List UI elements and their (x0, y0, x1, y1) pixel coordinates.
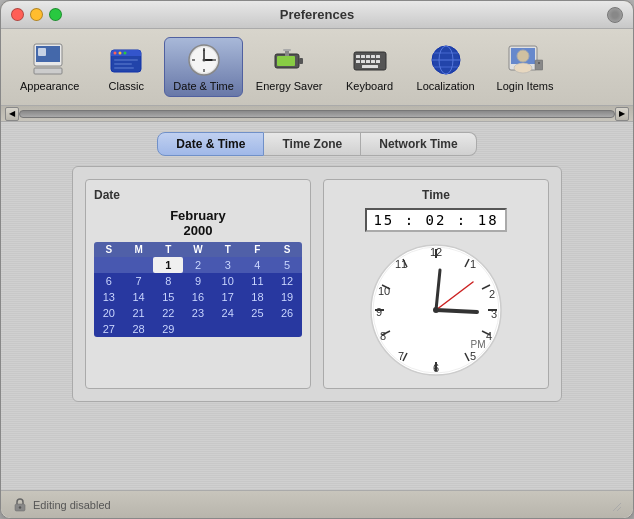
toolbar-item-appearance[interactable]: Appearance (11, 37, 88, 97)
bottom-bar: Editing disabled (1, 490, 633, 518)
svg-rect-37 (376, 60, 380, 63)
cal-col-wed: W (183, 242, 213, 257)
calendar-cell[interactable]: 1 (153, 257, 183, 273)
calendar-cell[interactable]: 5 (272, 257, 302, 273)
calendar-cell[interactable]: 10 (213, 273, 243, 289)
calendar-cell[interactable] (183, 321, 213, 337)
localization-label: Localization (417, 80, 475, 92)
calendar-cell[interactable]: 12 (272, 273, 302, 289)
tab-timezone[interactable]: Time Zone (264, 132, 361, 156)
calendar-cell[interactable]: 7 (124, 273, 154, 289)
calendar: S M T W T F S 12345678910111213141516171… (94, 242, 302, 337)
classic-label: Classic (109, 80, 144, 92)
calendar-header: S M T W T F S (94, 242, 302, 257)
calendar-cell[interactable]: 26 (272, 305, 302, 321)
login-icon (507, 42, 543, 78)
svg-line-83 (613, 503, 621, 511)
svg-text:4: 4 (486, 330, 492, 342)
calendar-cell[interactable]: 6 (94, 273, 124, 289)
svg-rect-36 (371, 60, 375, 63)
maximize-button[interactable] (49, 8, 62, 21)
editing-status: Editing disabled (33, 499, 111, 511)
cal-col-mon: M (124, 242, 154, 257)
tab-networktime[interactable]: Network Time (361, 132, 476, 156)
calendar-cell[interactable]: 4 (243, 257, 273, 273)
appearance-label: Appearance (20, 80, 79, 92)
calendar-cell[interactable]: 8 (153, 273, 183, 289)
keyboard-icon (352, 42, 388, 78)
toolbar-item-energy[interactable]: Energy Saver (247, 37, 332, 97)
calendar-cell[interactable] (213, 321, 243, 337)
toolbar-item-classic[interactable]: Classic (92, 37, 160, 97)
svg-point-79 (433, 307, 439, 313)
analog-clock: 12 1 2 3 4 5 6 7 8 9 10 11 (366, 240, 506, 380)
minimize-button[interactable] (30, 8, 43, 21)
calendar-cell[interactable]: 23 (183, 305, 213, 321)
calendar-cell[interactable]: 19 (272, 289, 302, 305)
calendar-cell[interactable]: 17 (213, 289, 243, 305)
toolbar-item-datetime[interactable]: Date & Time (164, 37, 243, 97)
calendar-cell[interactable]: 16 (183, 289, 213, 305)
svg-rect-38 (362, 65, 378, 68)
svg-rect-32 (376, 55, 380, 58)
svg-line-84 (617, 507, 621, 511)
calendar-cell[interactable] (243, 321, 273, 337)
toolbar-item-login[interactable]: Login Items (488, 37, 563, 97)
toolbar-item-keyboard[interactable]: Keyboard (336, 37, 404, 97)
calendar-cell[interactable]: 24 (213, 305, 243, 321)
svg-rect-11 (114, 63, 132, 65)
classic-icon (108, 42, 144, 78)
month-display: February 2000 (94, 208, 302, 238)
cal-col-sun: S (94, 242, 124, 257)
calendar-cell[interactable]: 22 (153, 305, 183, 321)
calendar-cell[interactable]: 2 (183, 257, 213, 273)
login-label: Login Items (497, 80, 554, 92)
date-section-title: Date (94, 188, 302, 202)
date-section: Date February 2000 S M T W T F S (85, 179, 311, 389)
calendar-cell[interactable] (94, 257, 124, 273)
calendar-cell[interactable]: 14 (124, 289, 154, 305)
preferences-window: Preferences Appearance (0, 0, 634, 519)
calendar-cell[interactable]: 25 (243, 305, 273, 321)
calendar-cell[interactable]: 27 (94, 321, 124, 337)
svg-rect-28 (356, 55, 360, 58)
svg-point-47 (514, 63, 532, 73)
scroll-track[interactable] (19, 110, 615, 118)
content-panel: Date February 2000 S M T W T F S (72, 166, 562, 402)
window-controls (11, 8, 62, 21)
svg-rect-48 (535, 60, 543, 70)
calendar-cell[interactable]: 18 (243, 289, 273, 305)
calendar-cell[interactable] (272, 321, 302, 337)
calendar-cell[interactable]: 11 (243, 273, 273, 289)
scroll-left-button[interactable]: ◀ (5, 107, 19, 121)
calendar-cell[interactable]: 15 (153, 289, 183, 305)
calendar-cell[interactable]: 13 (94, 289, 124, 305)
svg-line-76 (436, 310, 477, 312)
appearance-icon (32, 42, 68, 78)
calendar-cell[interactable] (124, 257, 154, 273)
lock-icon (13, 498, 27, 512)
svg-text:9: 9 (376, 306, 382, 318)
digital-clock: 15 : 02 : 18 (365, 208, 506, 232)
close-button[interactable] (11, 8, 24, 21)
calendar-cell[interactable]: 20 (94, 305, 124, 321)
keyboard-label: Keyboard (346, 80, 393, 92)
svg-text:5: 5 (470, 350, 476, 362)
cal-col-sat: S (272, 242, 302, 257)
toolbar-scrollbar: ◀ ▶ (1, 106, 633, 122)
tab-datetime[interactable]: Date & Time (157, 132, 264, 156)
svg-rect-29 (361, 55, 365, 58)
svg-rect-30 (366, 55, 370, 58)
calendar-cell[interactable]: 29 (153, 321, 183, 337)
svg-point-21 (202, 59, 205, 62)
calendar-cell[interactable]: 21 (124, 305, 154, 321)
scroll-right-button[interactable]: ▶ (615, 107, 629, 121)
toolbar-item-localization[interactable]: Localization (408, 37, 484, 97)
calendar-cell[interactable]: 3 (213, 257, 243, 273)
localization-icon (428, 42, 464, 78)
cal-col-tue: T (153, 242, 183, 257)
toolbar: Appearance Classic (1, 29, 633, 106)
calendar-cell[interactable]: 9 (183, 273, 213, 289)
calendar-cell[interactable]: 28 (124, 321, 154, 337)
svg-rect-31 (371, 55, 375, 58)
